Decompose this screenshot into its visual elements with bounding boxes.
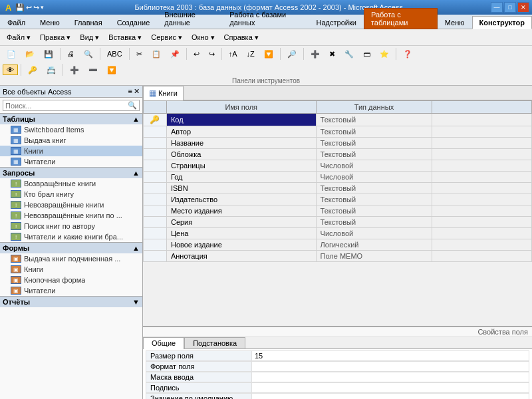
btn-delete-row[interactable]: ➖: [84, 65, 102, 76]
nav-f1[interactable]: ▣ Выдача книг подчиненная ...: [0, 253, 142, 264]
field-row-8[interactable]: Место изданияТекстовый: [144, 205, 532, 217]
menu-service[interactable]: Сервис ▾: [147, 32, 186, 43]
prop-value-3[interactable]: [252, 382, 529, 393]
btn-undo[interactable]: ↩: [190, 49, 203, 60]
section-tables[interactable]: Таблицы ▲: [0, 113, 142, 124]
menu-file[interactable]: Файл ▾: [3, 32, 35, 43]
search-input[interactable]: [3, 101, 126, 110]
menu-insert[interactable]: Вставка ▾: [104, 32, 146, 43]
field-desc-9[interactable]: [432, 217, 532, 228]
btn-filter[interactable]: 🔽: [260, 49, 277, 60]
btn-save[interactable]: 💾: [40, 49, 57, 60]
nav-q5[interactable]: ! Поиск книг по автору: [0, 221, 142, 231]
field-type-2[interactable]: Текстовый: [316, 138, 432, 149]
nav-switchboard[interactable]: ▦ Switchboard Items: [0, 124, 142, 135]
menu-edit[interactable]: Правка ▾: [36, 32, 74, 43]
field-row-3[interactable]: ОбложкаТекстовый: [144, 149, 532, 160]
field-name-8[interactable]: Место издания: [166, 205, 316, 217]
field-type-1[interactable]: Текстовый: [316, 126, 432, 138]
btn-open[interactable]: 📂: [21, 49, 39, 60]
btn-lookup[interactable]: 🔽: [103, 65, 120, 76]
field-type-10[interactable]: Числовой: [316, 228, 432, 239]
tab-addins[interactable]: Надстройки: [309, 16, 364, 29]
section-forms[interactable]: Формы ▲: [0, 242, 142, 253]
field-desc-2[interactable]: [432, 138, 532, 149]
btn-print[interactable]: 🖨: [63, 49, 78, 59]
field-row-6[interactable]: ISBNТекстовый: [144, 183, 532, 194]
field-name-11[interactable]: Новое издание: [166, 239, 316, 251]
field-desc-0[interactable]: [432, 114, 532, 126]
prop-value-0[interactable]: 15: [252, 350, 529, 361]
prop-value-1[interactable]: [252, 361, 529, 372]
field-desc-5[interactable]: [432, 172, 532, 183]
dropdown-arrow[interactable]: ▾: [41, 4, 44, 11]
field-row-9[interactable]: СерияТекстовый: [144, 217, 532, 228]
btn-view-toggle[interactable]: 👁: [3, 65, 18, 75]
btn-new-obj[interactable]: ⭐: [376, 49, 393, 60]
tab-menu2[interactable]: Меню: [438, 16, 472, 29]
field-row-0[interactable]: 🔑КодТекстовый: [144, 114, 532, 126]
props-tab-lookup[interactable]: Подстановка: [184, 337, 245, 349]
panel-close-icon[interactable]: ✕: [134, 87, 140, 96]
btn-props[interactable]: 🔧: [340, 49, 358, 60]
field-desc-12[interactable]: [432, 251, 532, 262]
field-type-11[interactable]: Логический: [316, 239, 432, 251]
field-type-9[interactable]: Текстовый: [316, 217, 432, 228]
tab-file[interactable]: Файл: [0, 16, 33, 29]
tab-menu1[interactable]: Меню: [33, 16, 67, 29]
minimize-btn[interactable]: —: [491, 2, 503, 13]
window-controls[interactable]: — □ ✕: [491, 2, 529, 13]
menu-view[interactable]: Вид ▾: [76, 32, 103, 43]
field-desc-11[interactable]: [432, 239, 532, 251]
tab-designer[interactable]: Конструктор: [472, 16, 532, 29]
panel-menu-icon[interactable]: ≡: [128, 87, 132, 96]
nav-q1[interactable]: ! Возвращённые книги: [0, 178, 142, 189]
tab-external[interactable]: Внешние данные: [157, 8, 222, 29]
field-row-7[interactable]: ИздательствоТекстовый: [144, 194, 532, 205]
btn-db-window[interactable]: 🗃: [359, 49, 374, 59]
menu-window[interactable]: Окно ▾: [188, 32, 219, 43]
nav-knigi[interactable]: ▦ Книги: [0, 146, 142, 156]
btn-paste[interactable]: 📌: [166, 49, 184, 60]
nav-chitateli[interactable]: ▦ Читатели: [0, 156, 142, 167]
btn-sort-asc[interactable]: ↑A: [225, 49, 241, 59]
btn-copy[interactable]: 📋: [148, 49, 165, 60]
field-row-5[interactable]: ГодЧисловой: [144, 172, 532, 183]
nav-q6[interactable]: ! Читатели и какие книги бра...: [0, 231, 142, 242]
field-name-7[interactable]: Издательство: [166, 194, 316, 205]
field-row-4[interactable]: СтраницыЧисловой: [144, 160, 532, 172]
btn-new[interactable]: 📄: [3, 49, 20, 60]
field-name-9[interactable]: Серия: [166, 217, 316, 228]
btn-del-rec[interactable]: ✖: [325, 49, 339, 60]
tab-create[interactable]: Создание: [110, 16, 158, 29]
redo-btn[interactable]: ↪: [33, 3, 39, 12]
nav-vydacha[interactable]: ▦ Выдача книг: [0, 135, 142, 146]
search-box[interactable]: 🔍: [3, 100, 140, 111]
section-reports[interactable]: Отчёты ▼: [0, 296, 142, 307]
quick-access-toolbar[interactable]: A 💾 ↩ ↪ ▾: [3, 3, 47, 13]
tab-database[interactable]: Работа с базами данных: [222, 8, 309, 29]
field-row-2[interactable]: НазваниеТекстовый: [144, 138, 532, 149]
field-name-3[interactable]: Обложка: [166, 149, 316, 160]
btn-find[interactable]: 🔎: [283, 49, 301, 60]
nav-f2[interactable]: ▣ Книги: [0, 264, 142, 275]
btn-index[interactable]: 📇: [43, 65, 60, 76]
field-row-10[interactable]: ЦенаЧисловой: [144, 228, 532, 239]
btn-sort-desc[interactable]: ↓Z: [242, 49, 258, 59]
field-name-12[interactable]: Аннотация: [166, 251, 316, 262]
undo-btn[interactable]: ↩: [26, 3, 32, 12]
field-desc-7[interactable]: [432, 194, 532, 205]
save-btn[interactable]: 💾: [15, 3, 25, 12]
field-name-4[interactable]: Страницы: [166, 160, 316, 172]
props-tab-general[interactable]: Общие: [143, 337, 184, 349]
field-name-0[interactable]: Код: [166, 114, 316, 126]
btn-primary-key[interactable]: 🔑: [24, 65, 41, 76]
field-type-6[interactable]: Текстовый: [316, 183, 432, 194]
btn-redo[interactable]: ↪: [205, 49, 219, 60]
field-desc-8[interactable]: [432, 205, 532, 217]
nav-f4[interactable]: ▣ Читатели: [0, 285, 142, 296]
field-name-5[interactable]: Год: [166, 172, 316, 183]
field-row-11[interactable]: Новое изданиеЛогический: [144, 239, 532, 251]
maximize-btn[interactable]: □: [504, 2, 516, 13]
field-type-8[interactable]: Текстовый: [316, 205, 432, 217]
